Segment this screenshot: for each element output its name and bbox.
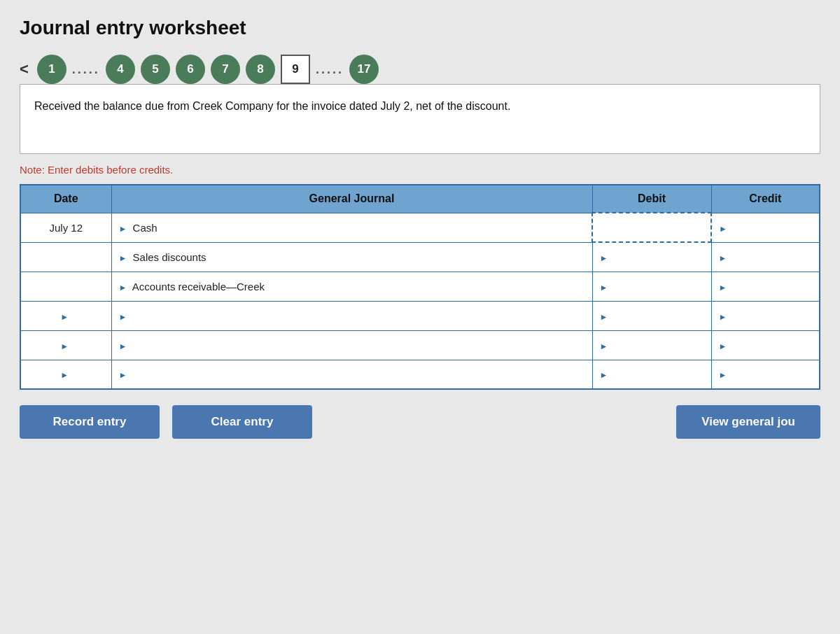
pagination-item-8[interactable]: 8: [246, 55, 275, 84]
entry-text: Cash: [133, 222, 158, 234]
pagination: < 1 ..... 4 5 6 7 8 9 ..... 17: [20, 55, 820, 84]
pagination-item-7[interactable]: 7: [211, 55, 240, 84]
credit-input[interactable]: ►: [711, 330, 820, 360]
cell-arrow: ►: [719, 253, 727, 263]
credit-input[interactable]: ►: [711, 242, 820, 272]
entry-cell[interactable]: ►: [111, 330, 592, 360]
date-cell: [20, 272, 111, 301]
clear-entry-button[interactable]: Clear entry: [172, 405, 312, 439]
cell-arrow: ►: [119, 341, 127, 351]
note-text: Note: Enter debits before credits.: [20, 164, 820, 176]
cell-arrow: ►: [600, 253, 608, 263]
entry-cell[interactable]: ►: [111, 301, 592, 330]
cell-arrow: ►: [719, 312, 727, 322]
col-header-debit: Debit: [592, 185, 711, 213]
pagination-dots-2: .....: [316, 62, 344, 77]
cell-arrow: ►: [719, 224, 727, 234]
pagination-item-5[interactable]: 5: [141, 55, 170, 84]
col-header-journal: General Journal: [111, 185, 592, 213]
date-cell: ►: [20, 330, 111, 360]
entry-text: Sales discounts: [133, 251, 206, 263]
table-row: ► ► ► ►: [20, 330, 820, 360]
debit-input[interactable]: ►: [592, 242, 711, 272]
cell-arrow: ►: [600, 312, 608, 322]
entry-cell[interactable]: ► Accounts receivable—Creek: [111, 272, 592, 301]
cell-arrow: ►: [719, 341, 727, 351]
date-cell: [20, 242, 111, 272]
table-row: ► Sales discounts ► ►: [20, 242, 820, 272]
cell-arrow: ►: [119, 312, 127, 322]
table-row: ► ► ► ►: [20, 301, 820, 330]
entry-cell[interactable]: ►: [111, 360, 592, 389]
page-title: Journal entry worksheet: [20, 17, 820, 39]
date-cell: ►: [20, 360, 111, 389]
pagination-item-1[interactable]: 1: [37, 55, 66, 84]
cell-arrow: ►: [119, 370, 127, 380]
record-entry-button[interactable]: Record entry: [20, 405, 160, 439]
pagination-prev[interactable]: <: [20, 60, 29, 78]
description-box: Received the balance due from Creek Comp…: [20, 84, 820, 154]
cell-arrow: ►: [119, 283, 127, 293]
col-header-credit: Credit: [711, 185, 820, 213]
pagination-item-17[interactable]: 17: [349, 55, 379, 84]
pagination-item-4[interactable]: 4: [106, 55, 135, 84]
table-row: ► ► ► ►: [20, 360, 820, 389]
table-row: July 12 ► Cash ►: [20, 213, 820, 242]
cell-arrow: ►: [600, 370, 608, 380]
cell-arrow: ►: [60, 370, 69, 380]
cell-arrow: ►: [60, 312, 69, 322]
cell-arrow: ►: [600, 341, 608, 351]
date-cell: ►: [20, 301, 111, 330]
credit-input[interactable]: ►: [711, 360, 820, 389]
cell-arrow: ►: [600, 283, 608, 293]
cell-arrow: ►: [60, 341, 69, 351]
debit-input[interactable]: ►: [592, 330, 711, 360]
table-row: ► Accounts receivable—Creek ► ►: [20, 272, 820, 301]
button-row: Record entry Clear entry View general jo…: [20, 405, 820, 439]
debit-input[interactable]: ►: [592, 360, 711, 389]
debit-input[interactable]: ►: [592, 301, 711, 330]
credit-input[interactable]: ►: [711, 213, 820, 242]
view-general-journal-button[interactable]: View general jou: [676, 405, 820, 439]
col-header-date: Date: [20, 185, 111, 213]
debit-input[interactable]: ►: [592, 272, 711, 301]
pagination-item-9-active[interactable]: 9: [281, 55, 310, 84]
cell-arrow: ►: [119, 224, 127, 234]
cell-arrow: ►: [719, 283, 727, 293]
cell-arrow: ►: [719, 370, 727, 380]
cell-arrow: ►: [119, 253, 127, 263]
pagination-dots-1: .....: [72, 62, 100, 77]
entry-text: Accounts receivable—Creek: [132, 281, 265, 293]
credit-input[interactable]: ►: [711, 272, 820, 301]
entry-cell[interactable]: ► Cash: [111, 213, 592, 242]
entry-cell[interactable]: ► Sales discounts: [111, 242, 592, 272]
credit-input[interactable]: ►: [711, 301, 820, 330]
debit-input[interactable]: [592, 213, 711, 242]
description-text: Received the balance due from Creek Comp…: [34, 97, 806, 115]
journal-table: Date General Journal Debit Credit July 1…: [20, 184, 820, 390]
pagination-item-6[interactable]: 6: [176, 55, 205, 84]
date-cell: July 12: [20, 213, 111, 242]
